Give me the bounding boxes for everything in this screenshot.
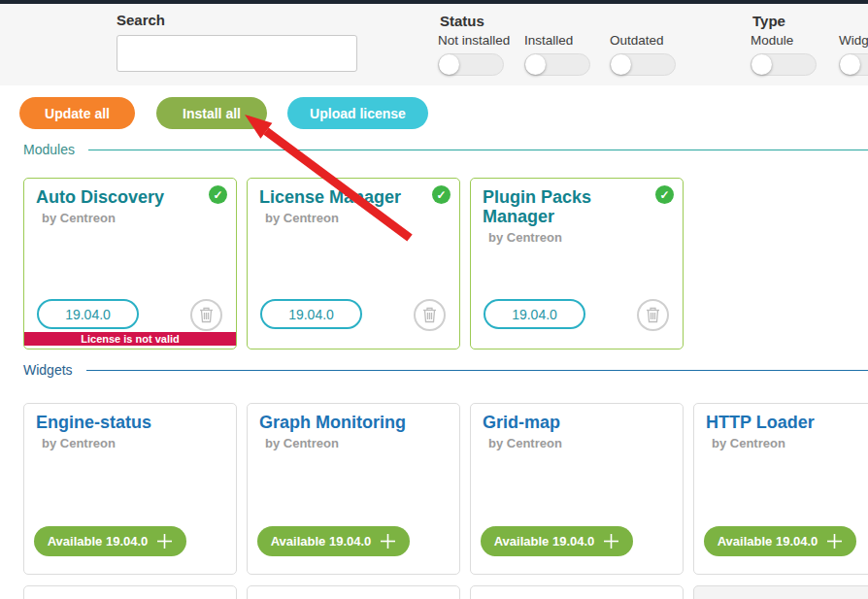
widget-author: by Centreon bbox=[694, 433, 868, 450]
widget-title: Graph Monitoring bbox=[248, 404, 459, 433]
section-divider bbox=[88, 150, 868, 150]
modules-section-title: Modules bbox=[23, 142, 75, 157]
filter-outdated: Outdated bbox=[610, 33, 676, 76]
plus-icon bbox=[826, 533, 843, 549]
widget-card-grid-map: Grid-map by Centreon Available 19.04.0 bbox=[470, 403, 684, 575]
toggle-knob bbox=[525, 54, 546, 75]
outdated-toggle[interactable] bbox=[610, 53, 676, 76]
available-label: Available 19.04.0 bbox=[718, 534, 818, 549]
available-label: Available 19.04.0 bbox=[271, 534, 372, 549]
trash-icon bbox=[646, 307, 660, 323]
widget-card-partial bbox=[247, 585, 460, 599]
widget-card-partial bbox=[470, 585, 684, 599]
license-invalid-banner: License is not valid bbox=[24, 332, 236, 346]
delete-module-button[interactable] bbox=[414, 299, 446, 331]
plus-icon bbox=[380, 533, 396, 549]
available-label: Available 19.04.0 bbox=[48, 534, 149, 549]
install-widget-button[interactable]: Available 19.04.0 bbox=[34, 526, 186, 556]
upload-license-button[interactable]: Upload license bbox=[287, 97, 428, 129]
filter-module: Module bbox=[751, 33, 817, 76]
module-title: Auto Discovery bbox=[24, 179, 236, 208]
module-card-auto-discovery: Auto Discovery ✓ by Centreon 19.04.0 Lic… bbox=[23, 178, 237, 349]
section-divider bbox=[86, 370, 868, 371]
widget-author: by Centreon bbox=[24, 433, 236, 450]
toggle-knob bbox=[751, 54, 772, 75]
toggle-knob bbox=[611, 54, 631, 75]
module-version-button[interactable]: 19.04.0 bbox=[37, 299, 139, 329]
toggle-label: Outdated bbox=[610, 33, 676, 48]
install-widget-button[interactable]: Available 19.04.0 bbox=[704, 526, 856, 556]
not-installed-toggle[interactable] bbox=[438, 53, 504, 76]
toggle-knob bbox=[840, 54, 860, 75]
plus-icon bbox=[603, 533, 619, 549]
search-label: Search bbox=[117, 12, 165, 28]
module-author: by Centreon bbox=[471, 227, 683, 245]
widget-card-engine-status: Engine-status by Centreon Available 19.0… bbox=[23, 403, 237, 575]
widget-title: Grid-map bbox=[471, 404, 683, 433]
update-all-button[interactable]: Update all bbox=[19, 97, 135, 129]
widget-author: by Centreon bbox=[248, 433, 459, 450]
filter-not-installed: Not installed bbox=[438, 33, 510, 76]
toggle-label: Installed bbox=[524, 33, 590, 48]
filter-installed: Installed bbox=[524, 33, 590, 76]
module-author: by Centreon bbox=[248, 208, 459, 225]
widgets-row: Engine-status by Centreon Available 19.0… bbox=[23, 403, 868, 575]
status-label: Status bbox=[440, 13, 484, 29]
widgets-row-partial bbox=[23, 585, 868, 599]
type-label: Type bbox=[752, 13, 785, 29]
toggle-label: Module bbox=[751, 33, 817, 48]
install-widget-button[interactable]: Available 19.04.0 bbox=[481, 526, 633, 556]
toggle-label: Widget bbox=[839, 33, 868, 48]
module-card-plugin-packs-manager: Plugin Packs Manager ✓ by Centreon 19.04… bbox=[470, 178, 684, 349]
search-input[interactable] bbox=[117, 35, 357, 72]
widget-card-partial bbox=[23, 585, 237, 599]
available-label: Available 19.04.0 bbox=[494, 534, 595, 549]
widget-card-partial bbox=[693, 585, 868, 599]
module-version-button[interactable]: 19.04.0 bbox=[260, 299, 362, 329]
modules-section-header: Modules bbox=[23, 142, 868, 157]
widget-card-http-loader: HTTP Loader by Centreon Available 19.04.… bbox=[693, 403, 868, 575]
module-card-license-manager: License Manager ✓ by Centreon 19.04.0 bbox=[247, 178, 460, 349]
plus-icon bbox=[156, 533, 173, 549]
widget-author: by Centreon bbox=[471, 433, 683, 450]
install-all-button[interactable]: Install all bbox=[156, 97, 267, 129]
widget-title: Engine-status bbox=[24, 404, 236, 433]
module-title: License Manager bbox=[248, 179, 459, 208]
module-title: Plugin Packs Manager bbox=[471, 179, 683, 227]
widgets-section-header: Widgets bbox=[23, 362, 868, 378]
toggle-label: Not installed bbox=[438, 33, 510, 48]
module-version-button[interactable]: 19.04.0 bbox=[484, 299, 585, 329]
filter-bar: Search Status Not installed Installed Ou… bbox=[0, 4, 868, 85]
modules-row: Auto Discovery ✓ by Centreon 19.04.0 Lic… bbox=[23, 178, 684, 349]
widgets-section-title: Widgets bbox=[23, 362, 73, 378]
module-toggle[interactable] bbox=[751, 53, 817, 76]
installed-toggle[interactable] bbox=[524, 53, 590, 76]
trash-icon bbox=[422, 307, 437, 323]
installed-check-icon: ✓ bbox=[655, 185, 674, 204]
toggle-knob bbox=[439, 54, 459, 75]
module-author: by Centreon bbox=[24, 208, 236, 225]
installed-check-icon: ✓ bbox=[432, 185, 451, 204]
install-widget-button[interactable]: Available 19.04.0 bbox=[257, 526, 410, 556]
page: Search Status Not installed Installed Ou… bbox=[0, 0, 868, 599]
delete-module-button[interactable] bbox=[190, 299, 222, 331]
widget-card-graph-monitoring: Graph Monitoring by Centreon Available 1… bbox=[247, 403, 460, 575]
widget-toggle[interactable] bbox=[839, 53, 868, 76]
delete-module-button[interactable] bbox=[637, 299, 669, 331]
filter-widget: Widget bbox=[839, 33, 868, 76]
installed-check-icon: ✓ bbox=[209, 185, 227, 204]
trash-icon bbox=[199, 307, 214, 323]
widget-title: HTTP Loader bbox=[694, 404, 868, 433]
